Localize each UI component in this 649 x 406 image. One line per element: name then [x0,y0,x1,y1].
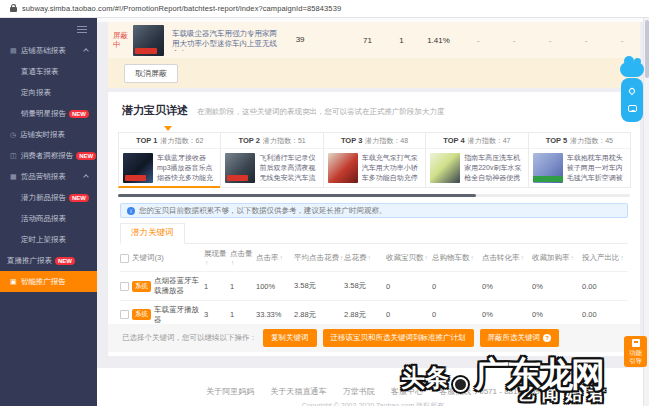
keyword-text: 点烟器蓝牙车载播放器 [154,276,204,296]
lock-icon [10,7,17,12]
sort-icon: ↑ [471,254,474,261]
droplet-icon[interactable] [628,87,636,95]
col-carts[interactable]: 总购物车数↑ [432,254,482,263]
block-keywords-button[interactable]: 屏蔽所选关键词? [480,329,560,347]
tab-potential-keywords[interactable]: 潜力关键词 [120,223,185,244]
col-favorites[interactable]: 收藏宝贝数↑ [386,254,432,263]
rate-cell: 1.41% [417,36,461,45]
col-ctr[interactable]: 点击率↑ [256,254,294,263]
col-total-cost[interactable]: 总花费↑ [344,254,386,263]
feature-guide-button[interactable]: 功能引导 [624,336,647,367]
status-badge: 屏蔽中 [108,31,133,50]
chat-icon[interactable] [628,105,637,112]
footer-link-wantang[interactable]: 万堂书院 [343,387,375,396]
sort-icon: ↑ [425,254,428,261]
empty-cell: - [532,36,568,45]
goods-icon: ▦ [10,173,17,181]
info-icon: i [127,207,135,215]
product-thumbnail [430,153,460,183]
bulk-action-bar: 已选择个关键词，您可以继续以下操作： 复制关键词 迁移该宝贝和所选关键词到标准推… [108,324,640,352]
row-checkbox[interactable] [120,282,129,291]
product-thumbnail [225,153,255,183]
product-thumbnail [328,153,358,183]
row-checkbox[interactable] [120,310,129,319]
sidebar-item-scheduled-listing-report[interactable]: 定时上架报表 [0,229,97,250]
keyword-text: 车载蓝牙播放器 [154,305,204,325]
service-hotline: 客服热线：0571 - 88157999 [439,387,540,396]
sidebar-item-sales-star-report[interactable]: 销量明星报告NEW [0,103,97,124]
footer-link-zhitongche[interactable]: 关于天猫直通车 [271,387,327,396]
horizontal-scrollbar[interactable] [118,194,630,197]
sidebar: ▤店铺基础报表 直通车报表 定向报表 销量明星报告NEW ◷店铺实时报表 ◫消费… [0,18,97,406]
top-card-5[interactable]: TOP 5潜力指数：45 车载抱枕车用枕头被子两用一对车内毛毯汽车折空调被靠垫二… [528,132,631,188]
clicks-cell: 71 [349,36,387,45]
url-text: subway.simba.taobao.com/#!/PromotionRepo… [22,4,341,13]
scrollbar-thumb[interactable] [645,20,649,78]
empty-cell: - [496,36,532,45]
footer-link-service[interactable]: 客服中心 [391,387,423,396]
product-thumbnail [123,153,153,183]
sidebar-item-smart-promotion-report[interactable]: ▣智能推广报告 [0,271,97,292]
potential-detail-card: 潜力宝贝详述 在测款阶段，这些关键词的表现突出，您可以尝试在正式推广阶段加大力度… [108,92,640,356]
migrate-keywords-button[interactable]: 迁移该宝贝和所选关键词到标准推广计划 [323,329,474,347]
info-notice: i 您的宝贝目前数据积累不够，以下数据仅供参考，建议延长推广时间观察。 [120,203,628,218]
new-badge: NEW [69,110,89,118]
footer-link-alimama[interactable]: 关于阿里妈妈 [206,387,254,396]
select-all-checkbox[interactable] [120,254,129,263]
sidebar-collapse-button[interactable] [0,18,97,40]
top-card-4[interactable]: TOP 4潜力指数：47 指南车高压洗车机家用220v刷车水泵枪全自动神器便携式… [425,132,528,188]
sort-icon: ↑ [521,254,524,261]
sort-icon: ↑ [368,254,371,261]
sidebar-item-shop-basic-report[interactable]: ▤店铺基础报表 [0,40,97,61]
browser-address-bar[interactable]: subway.simba.taobao.com/#!/PromotionRepo… [0,0,649,18]
col-impressions[interactable]: 展现量↑ [204,250,230,267]
customer-service-widget[interactable] [619,62,645,122]
sidebar-item-goods-marketing-report[interactable]: ▦货品营销报表 [0,166,97,187]
top-card-2[interactable]: TOP 2潜力指数：51 飞利浦行车记录仪前后双录高清夜视无线免安装汽车流媒体倒… [220,132,323,188]
tab-strip: 潜力关键词 [120,225,628,244]
shop-icon: ▤ [10,47,17,55]
cancel-block-button[interactable]: 取消屏蔽 [124,64,178,83]
sidebar-item-shop-realtime-report[interactable]: ◷店铺实时报表 [0,124,97,145]
selection-hint: 已选择个关键词，您可以继续以下操作： [122,333,257,343]
top-card-3[interactable]: TOP 3潜力指数：48 车载充气泵打气泵汽车用大功率小轿车多功能自动充停双缸高… [323,132,426,188]
table-header-row: 关键词(3) 展现量↑ 点击量↑ 点击率↑ 平均点击花费↑ 总花费↑ 收藏宝贝数… [120,244,628,271]
col-cvr[interactable]: 点击转化率↑ [482,254,532,263]
selected-indicator-triangle [164,126,172,135]
orders-cell: 1 [386,36,416,45]
page-footer: 关于阿里妈妈 关于天猫直通车 万堂书院 客服中心 客服热线：0571 - 881… [97,368,649,406]
top-card-1[interactable]: TOP 1潜力指数：62 车载蓝牙接收器mp3播放器音乐点烟器快充多功能充电器汽… [118,132,221,188]
sidebar-item-express-train-report[interactable]: 直通车报表 [0,61,97,82]
hamburger-icon [77,26,87,27]
top-cards-row: TOP 1潜力指数：62 车载蓝牙接收器mp3播放器音乐点烟器快充多功能充电器汽… [118,132,630,188]
sidebar-item-activity-goods-report[interactable]: 活动商品报表 [0,208,97,229]
sidebar-item-consumer-insight-report[interactable]: ◫消费者洞察报告NEW [0,145,97,166]
notice-text: 您的宝贝目前数据积累不够，以下数据仅供参考，建议延长推广时间观察。 [139,206,387,216]
scrollbar-thumb[interactable] [118,194,476,197]
sort-icon: ↑ [340,254,343,261]
section-subtitle: 在测款阶段，这些关键词的表现突出，您可以尝试在正式推广阶段加大力度 [197,107,445,117]
col-avg-cpc[interactable]: 平均点击花费↑ [294,254,344,263]
report-icon: ▣ [10,278,17,286]
clock-icon: ◷ [10,131,16,139]
sidebar-item-targeting-report[interactable]: 定向报表 [0,82,97,103]
sidebar-item-live-promotion-report[interactable]: 直播推广报表NEW [0,250,97,271]
col-roi[interactable]: 投入产出比↑ [582,254,624,263]
chevron-up-icon [83,48,89,54]
screen: subway.simba.taobao.com/#!/PromotionRepo… [0,0,649,406]
table-row[interactable]: 系统点烟器蓝牙车载播放器 1 1 100% 3.58元 3.58元 0 0 0%… [120,271,628,300]
help-icon: ? [543,334,551,342]
copy-keywords-button[interactable]: 复制关键词 [263,329,317,347]
product-thumbnail [133,25,164,56]
sidebar-item-potential-new-report[interactable]: 潜力新品报告NEW [0,187,97,208]
new-badge: NEW [76,152,96,160]
chevron-up-icon [83,174,89,180]
system-badge: 系统 [132,281,151,292]
blocked-product-row[interactable]: 屏蔽中 车载吸尘器汽车用强力专用家两用大功率小型迷你车内上亚无线充电 39 71… [108,22,640,58]
sort-icon: ↑ [231,259,234,266]
col-fav-cart-rate[interactable]: 收藏加购率↑ [532,254,582,263]
impressions-cell: 39 [296,35,349,46]
sort-icon: ↑ [280,254,283,261]
new-badge: NEW [55,257,75,265]
col-clicks[interactable]: 点击量↑ [230,250,256,267]
